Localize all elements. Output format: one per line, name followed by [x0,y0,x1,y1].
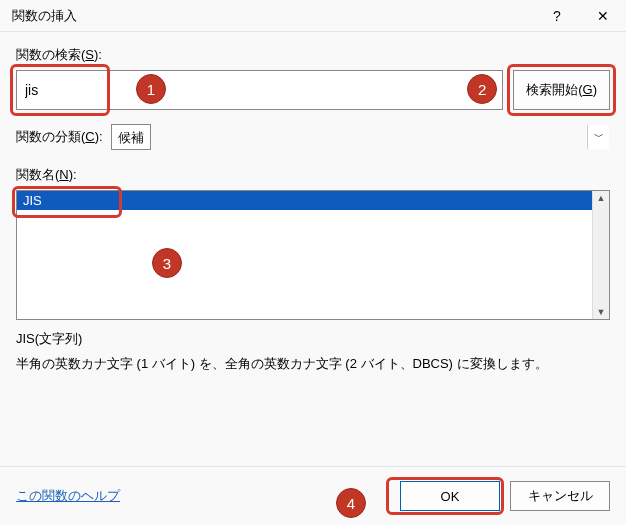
dialog-footer: この関数のヘルプ 4 OK キャンセル [0,466,626,525]
category-select[interactable]: 候補 [111,124,151,150]
function-syntax: JIS(文字列) [16,330,610,348]
window-title: 関数の挿入 [12,7,534,25]
help-link[interactable]: この関数のヘルプ [16,487,120,505]
close-button[interactable]: ✕ [580,0,626,32]
list-item[interactable]: JIS [17,191,609,210]
function-listbox[interactable]: JIS ▲ ▼ [16,190,610,320]
category-label: 関数の分類(C): [16,128,103,146]
function-name-label: 関数名(N): [16,166,610,184]
titlebar: 関数の挿入 ? ✕ [0,0,626,32]
cancel-button[interactable]: キャンセル [510,481,610,511]
function-description: 半角の英数カナ文字 (1 バイト) を、全角の英数カナ文字 (2 バイト、DBC… [16,354,610,374]
dialog-content: 関数の検索(S): 1 2 検索開始(G) 関数の分類(C): 候補 ﹀ 関数名… [0,32,626,382]
scrollbar[interactable]: ▲ ▼ [592,191,609,319]
search-start-button[interactable]: 検索開始(G) [513,70,610,110]
scroll-up-icon: ▲ [597,193,606,203]
help-button[interactable]: ? [534,0,580,32]
search-label: 関数の検索(S): [16,46,610,64]
scroll-down-icon: ▼ [597,307,606,317]
annotation-badge-4: 4 [336,488,366,518]
ok-button[interactable]: OK [400,481,500,511]
chevron-down-icon: ﹀ [587,125,609,149]
search-input[interactable] [16,70,503,110]
